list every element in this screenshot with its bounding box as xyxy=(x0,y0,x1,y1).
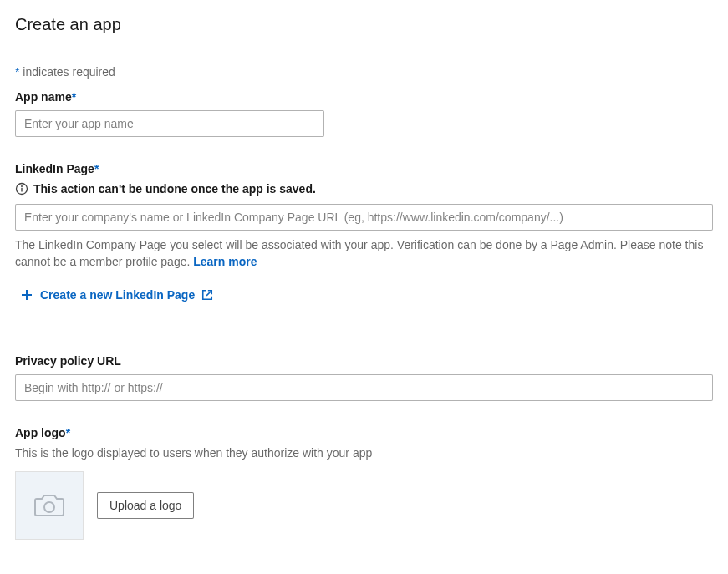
create-linkedin-page-link[interactable]: Create a new LinkedIn Page xyxy=(20,288,213,302)
app-logo-label: App logo* xyxy=(15,426,713,439)
learn-more-link[interactable]: Learn more xyxy=(193,255,257,268)
linkedin-page-warning: This action can't be undone once the app… xyxy=(15,182,713,196)
app-name-field: App name* xyxy=(15,90,713,137)
svg-rect-4 xyxy=(22,294,32,296)
warning-text: This action can't be undone once the app… xyxy=(33,182,316,196)
plus-icon xyxy=(20,288,33,302)
create-page-text: Create a new LinkedIn Page xyxy=(40,288,195,302)
upload-logo-button[interactable]: Upload a logo xyxy=(97,492,194,519)
app-logo-row: Upload a logo xyxy=(15,471,713,540)
app-logo-helper: This is the logo displayed to users when… xyxy=(15,446,713,460)
logo-placeholder[interactable] xyxy=(15,471,84,540)
linkedin-page-label: LinkedIn Page* xyxy=(15,162,713,175)
info-icon xyxy=(15,182,28,196)
svg-point-1 xyxy=(21,185,23,187)
required-asterisk: * xyxy=(72,90,76,104)
svg-rect-2 xyxy=(21,188,22,192)
camera-icon xyxy=(33,492,65,520)
linkedin-page-field: LinkedIn Page* This action can't be undo… xyxy=(15,162,713,304)
required-note-text: indicates required xyxy=(19,65,115,79)
linkedin-page-input[interactable] xyxy=(15,204,713,231)
page-header: Create an app xyxy=(0,0,728,48)
svg-point-5 xyxy=(44,502,54,512)
privacy-policy-input[interactable] xyxy=(15,374,713,401)
privacy-policy-label: Privacy policy URL xyxy=(15,354,713,368)
form-content: * indicates required App name* LinkedIn … xyxy=(0,48,728,574)
privacy-policy-field: Privacy policy URL xyxy=(15,354,713,401)
required-indicator-note: * indicates required xyxy=(15,65,713,79)
app-name-input[interactable] xyxy=(15,110,324,137)
external-link-icon xyxy=(201,289,213,301)
page-title: Create an app xyxy=(15,15,713,34)
linkedin-page-helper: The LinkedIn Company Page you select wil… xyxy=(15,237,713,270)
app-logo-field: App logo* This is the logo displayed to … xyxy=(15,426,713,540)
required-asterisk: * xyxy=(66,426,70,439)
app-name-label: App name* xyxy=(15,90,713,104)
required-asterisk: * xyxy=(94,162,99,175)
